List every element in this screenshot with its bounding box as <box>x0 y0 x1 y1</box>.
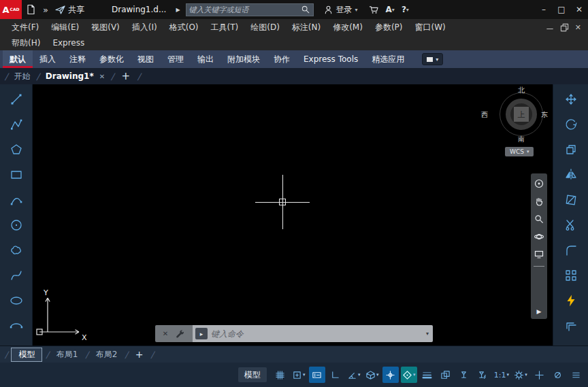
settings-dropdown-icon[interactable]: ▾ <box>525 372 527 377</box>
draw-arc-tool[interactable] <box>2 187 31 212</box>
annotation-autoscale-toggle[interactable] <box>474 367 491 383</box>
drawing-canvas[interactable]: 上 北 南 西 东 WCS ▾ ▶ Y <box>33 84 553 346</box>
tab-manage[interactable]: 管理 <box>161 50 191 68</box>
viewcube-north-label[interactable]: 北 <box>516 86 527 95</box>
viewcube-east-label[interactable]: 东 <box>539 110 550 120</box>
modify-move-tool[interactable] <box>557 86 585 112</box>
nav-zoom-button[interactable] <box>533 213 545 225</box>
menu-draw[interactable]: 绘图(D) <box>244 20 286 35</box>
draw-circle-tool[interactable] <box>2 212 31 237</box>
snap-dropdown-icon[interactable]: ▾ <box>303 372 306 377</box>
viewcube-south-label[interactable]: 南 <box>516 135 527 144</box>
ribbon-display-toggle[interactable]: ▾ <box>422 53 443 65</box>
draw-spline-tool[interactable] <box>2 263 31 288</box>
navbar-expand-icon[interactable]: ▶ <box>537 308 542 315</box>
modify-rotate-tool[interactable] <box>557 112 585 137</box>
sign-in-button[interactable]: 登录 ▾ <box>323 4 358 16</box>
tab-express-tools[interactable]: Express Tools <box>297 50 365 68</box>
layout-tab-layout2[interactable]: 布局2 <box>91 349 123 360</box>
isometric-drafting-toggle[interactable]: ▾ <box>364 367 380 383</box>
draw-ellipse-tool[interactable] <box>2 288 31 313</box>
help-button[interactable]: ? ▾ <box>398 1 412 18</box>
autodesk-apps-button[interactable]: A ▾ <box>382 1 398 18</box>
viewcube-top-face[interactable]: 上 <box>514 107 529 122</box>
selection-cycling-toggle[interactable] <box>438 367 454 383</box>
menu-dimension[interactable]: 标注(N) <box>286 20 327 35</box>
wcs-dropdown[interactable]: WCS ▾ <box>505 147 534 156</box>
maximize-button[interactable]: □ <box>553 0 570 19</box>
store-cart-button[interactable] <box>365 1 382 18</box>
quick-access-more-button[interactable]: » <box>39 1 50 18</box>
nav-showmotion-button[interactable] <box>533 248 545 260</box>
ortho-toggle[interactable] <box>327 367 344 383</box>
isometric-dropdown-icon[interactable]: ▾ <box>376 372 379 377</box>
modify-fillet-tool[interactable] <box>557 237 585 263</box>
tab-drawing1[interactable]: Drawing1* <box>42 71 95 81</box>
dynamic-input-toggle[interactable] <box>309 367 325 383</box>
search-icon[interactable] <box>301 5 310 14</box>
tab-output[interactable]: 输出 <box>191 50 220 68</box>
mdi-restore-icon[interactable] <box>560 23 569 32</box>
layout-tab-layout1[interactable]: 布局1 <box>51 349 84 360</box>
menu-edit[interactable]: 编辑(E) <box>45 20 85 35</box>
draw-ellipse-arc-tool[interactable] <box>2 313 31 338</box>
tab-default[interactable]: 默认 <box>3 50 33 68</box>
new-drawing-tab-button[interactable]: + <box>116 70 136 82</box>
model-space-toggle[interactable]: 模型 <box>238 367 267 382</box>
menu-file[interactable]: 文件(F) <box>5 20 45 35</box>
menu-window[interactable]: 窗口(W) <box>409 20 452 35</box>
crosshair-toggle[interactable] <box>531 367 547 383</box>
menu-modify[interactable]: 修改(M) <box>327 20 369 35</box>
annotation-scale-dropdown-icon[interactable]: ▾ <box>506 372 509 377</box>
modify-array-tool[interactable] <box>557 263 585 288</box>
tab-insert[interactable]: 插入 <box>33 50 63 68</box>
isolate-objects-toggle[interactable] <box>549 367 566 383</box>
draw-line-tool[interactable] <box>2 86 31 112</box>
modify-trim-tool[interactable] <box>557 212 585 237</box>
object-snap-tracking-toggle[interactable] <box>382 367 399 383</box>
annotation-scale-control[interactable]: 1:1▾ <box>493 367 510 383</box>
menu-tools[interactable]: 工具(T) <box>205 20 245 35</box>
share-button[interactable]: 共享 <box>50 4 88 16</box>
modify-copy-tool[interactable] <box>557 137 585 162</box>
nav-pan-button[interactable] <box>533 195 545 207</box>
tab-addins[interactable]: 附加模块 <box>220 50 267 68</box>
modify-offset-tool[interactable] <box>557 313 585 338</box>
menu-express[interactable]: Express <box>46 36 91 50</box>
menu-view[interactable]: 视图(V) <box>85 20 126 35</box>
tab-parametric[interactable]: 参数化 <box>93 50 131 68</box>
snap-toggle[interactable]: ▾ <box>291 367 307 383</box>
express-lightning-tool[interactable] <box>557 288 585 313</box>
menu-parametric[interactable]: 参数(P) <box>369 20 409 35</box>
modify-mirror-tool[interactable] <box>557 162 585 187</box>
command-history-dropdown-icon[interactable]: ▾ <box>422 325 433 342</box>
search-input[interactable] <box>189 5 301 14</box>
close-button[interactable]: ✕ <box>570 0 588 19</box>
nav-wheel-button[interactable] <box>533 178 545 190</box>
command-wrench-icon[interactable] <box>174 329 184 339</box>
object-snap-toggle[interactable]: ▾ <box>401 367 417 383</box>
customize-menu-button[interactable] <box>568 367 584 383</box>
title-expand-icon[interactable]: ▶ <box>176 7 180 13</box>
viewcube-west-label[interactable]: 西 <box>479 110 490 120</box>
new-document-button[interactable] <box>22 1 39 18</box>
command-close-icon[interactable]: ✕ <box>163 330 168 337</box>
tab-annotate[interactable]: 注释 <box>63 50 93 68</box>
nav-orbit-button[interactable] <box>533 231 545 243</box>
object-snap-dropdown-icon[interactable]: ▾ <box>413 372 416 377</box>
lineweight-toggle[interactable] <box>419 367 436 383</box>
polar-dropdown-icon[interactable]: ▾ <box>358 372 361 377</box>
draw-polyline-tool[interactable] <box>2 112 31 137</box>
layout-tab-model[interactable]: 模型 <box>11 348 42 362</box>
command-input[interactable] <box>211 329 419 339</box>
mdi-close-icon[interactable]: ✕ <box>575 23 581 32</box>
draw-revcloud-tool[interactable] <box>2 237 31 263</box>
tab-drawing1-close-icon[interactable]: ✕ <box>95 73 109 80</box>
tab-view[interactable]: 视图 <box>131 50 161 68</box>
grid-toggle[interactable] <box>272 367 289 383</box>
draw-rectangle-tool[interactable] <box>2 162 31 187</box>
tab-start[interactable]: 开始 <box>10 71 34 82</box>
tab-featured-apps[interactable]: 精选应用 <box>365 50 411 68</box>
settings-gear-button[interactable]: ▾ <box>512 367 529 383</box>
autocad-logo[interactable]: A CAD <box>0 0 22 19</box>
